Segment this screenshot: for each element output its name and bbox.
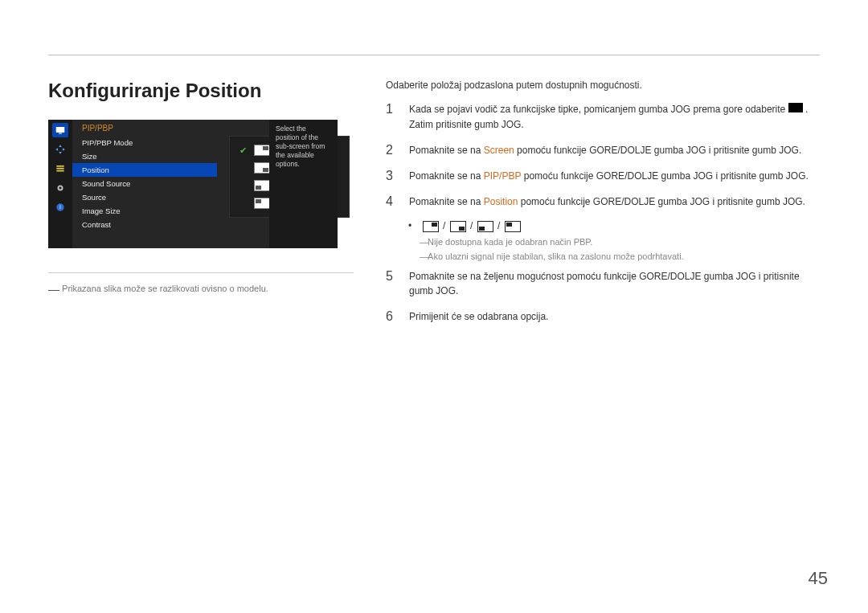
steps-list-cont: 5 Pomaknite se na željenu mogućnost pomo… [386, 269, 820, 324]
position-bottom-right-icon [450, 221, 466, 232]
monitor-icon [52, 123, 68, 137]
step-6: 6 Primijenit će se odabrana opcija. [386, 309, 820, 324]
osd-row-label: Source [82, 193, 106, 202]
svg-rect-8 [56, 170, 63, 172]
position-bottom-left-icon [254, 180, 270, 191]
position-options-bullet: / / / Nije dostupna kada je odabran nači… [408, 220, 820, 261]
step-number: 4 [386, 194, 397, 209]
step-text: Kada se pojavi vodič za funkcijske tipke… [409, 104, 788, 115]
osd-screenshot: i PIP/PBP PIP/PBP Mode On Size Position … [48, 120, 338, 248]
list-icon [52, 161, 68, 176]
svg-marker-5 [63, 148, 65, 151]
header-rule [48, 55, 820, 55]
right-column: Odaberite položaj podzaslona putem dostu… [386, 80, 820, 335]
osd-row-position-selected: Position [72, 163, 217, 177]
step-text: Pomaknite se na željenu mogućnost pomoću… [409, 269, 820, 298]
gear-icon [52, 181, 68, 195]
svg-rect-6 [56, 166, 63, 167]
osd-row-label: Image Size [82, 206, 121, 215]
osd-row-label: Position [82, 166, 109, 174]
check-icon: ✔ [238, 145, 248, 156]
osd-row-label: Contrast [82, 220, 111, 229]
note-signal: Ako ulazni signal nije stabilan, slika n… [420, 251, 820, 261]
svg-rect-1 [59, 133, 62, 134]
position-bottom-right-icon [254, 162, 270, 174]
position-top-right-icon [423, 221, 439, 232]
steps-list: 1 Kada se pojavi vodič za funkcijske tip… [386, 102, 820, 209]
step-text: Pomaknite se na [409, 196, 484, 207]
svg-point-10 [59, 187, 62, 190]
osd-row-label: Sound Source [82, 179, 130, 188]
highlight-position: Position [484, 196, 518, 207]
step-text: Pomaknite se na [409, 170, 484, 182]
note-pbp: Nije dostupna kada je odabran način PBP. [420, 237, 820, 247]
osd-row-label: PIP/PBP Mode [82, 138, 133, 147]
step-text: pomoću funkcije GORE/DOLJE gumba JOG i p… [514, 145, 801, 156]
svg-rect-14 [790, 104, 793, 111]
step-number: 2 [386, 143, 397, 157]
highlight-pip-pbp: PIP/PBP [484, 170, 522, 182]
divider [48, 272, 354, 273]
svg-marker-4 [55, 148, 58, 151]
page-number: 45 [809, 568, 828, 589]
menu-icon [788, 102, 803, 116]
step-text: Primijenit će se odabrana opcija. [409, 309, 820, 324]
position-top-left-icon [505, 221, 521, 232]
highlight-screen: Screen [484, 145, 514, 156]
position-top-left-icon [254, 198, 270, 209]
svg-marker-3 [59, 152, 62, 154]
step-5: 5 Pomaknite se na željenu mogućnost pomo… [386, 269, 820, 298]
step-text: pomoću funkcije GORE/DOLJE gumba JOG i p… [518, 196, 805, 207]
step-text: pomoću funkcije GORE/DOLJE gumba JOG i p… [521, 170, 808, 182]
footnote-text: Prikazana slika može se razlikovati ovis… [62, 284, 268, 293]
left-column: Konfiguriranje Position [48, 80, 354, 335]
page-title: Konfiguriranje Position [48, 80, 354, 102]
step-2: 2 Pomaknite se na Screen pomoću funkcije… [386, 143, 820, 157]
svg-text:i: i [59, 204, 60, 210]
step-number: 6 [386, 309, 397, 324]
step-1: 1 Kada se pojavi vodič za funkcijske tip… [386, 102, 820, 132]
step-number: 3 [386, 169, 397, 183]
info-icon: i [52, 200, 68, 215]
svg-rect-7 [56, 168, 63, 170]
step-number: 1 [386, 102, 397, 116]
osd-row-label: Size [82, 152, 96, 161]
position-bottom-left-icon [477, 221, 493, 232]
svg-marker-2 [59, 145, 62, 147]
step-4: 4 Pomaknite se na Position pomoću funkci… [386, 194, 820, 209]
position-top-right-icon [254, 145, 270, 156]
osd-description-panel: Select the position of the sub-screen fr… [269, 120, 338, 248]
svg-rect-16 [798, 104, 801, 111]
intro-text: Odaberite položaj podzaslona putem dostu… [386, 80, 820, 91]
step-number: 5 [386, 269, 397, 284]
left-footnote: ― Prikazana slika može se razlikovati ov… [48, 281, 354, 294]
step-text: Pomaknite se na [409, 145, 484, 156]
svg-rect-0 [56, 127, 65, 133]
svg-rect-15 [794, 104, 797, 111]
osd-sidebar: i [48, 120, 72, 248]
arrows-icon [52, 142, 68, 157]
step-3: 3 Pomaknite se na PIP/PBP pomoću funkcij… [386, 169, 820, 183]
